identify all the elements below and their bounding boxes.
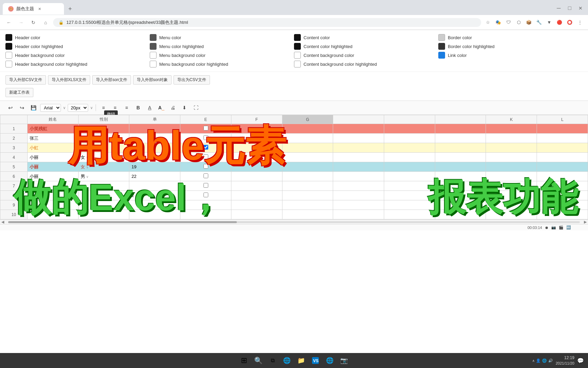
import-xlsx-button[interactable]: 导入外部XLSX文件 (48, 75, 91, 85)
cell-1-d[interactable] (180, 124, 231, 134)
cell-7-c[interactable] (129, 181, 180, 191)
col-header-d[interactable]: E (180, 115, 231, 124)
cell-6-c[interactable]: 22 (129, 172, 180, 181)
cell-9-i[interactable] (435, 200, 486, 210)
minimize-button[interactable]: ─ (554, 3, 564, 13)
cell-8-l[interactable] (537, 191, 588, 200)
tray-volume-icon[interactable]: 🔊 (548, 358, 553, 363)
menu-color-swatch[interactable] (150, 34, 157, 41)
cell-10-g[interactable] (333, 210, 384, 219)
cell-2-g[interactable] (333, 134, 384, 143)
cell-9-d[interactable] (180, 200, 231, 210)
cell-2-gender[interactable]: 男 (78, 134, 129, 143)
cell-2-f[interactable] (282, 134, 333, 143)
extension-icon1[interactable]: 🎭 (494, 18, 502, 27)
cell-3-c[interactable]: 16 (129, 143, 180, 153)
cell-3-f[interactable] (282, 143, 333, 153)
align-right-button[interactable]: ≡ (122, 103, 131, 112)
cell-8-gender[interactable] (78, 191, 129, 200)
cell-8-d[interactable] (180, 191, 231, 200)
tray-person-icon[interactable]: 👤 (536, 358, 541, 363)
header-bg-color-highlighted-swatch[interactable] (5, 61, 12, 67)
cell-4-d[interactable] (180, 153, 231, 162)
cell-3-h[interactable] (384, 143, 435, 153)
cell-7-f[interactable] (282, 181, 333, 191)
cell-2-i[interactable] (435, 134, 486, 143)
redo-button[interactable]: ↪ (17, 103, 27, 112)
search-button[interactable]: 🔍 (252, 354, 264, 367)
scroll-left-arrow[interactable]: ◀ (1, 220, 8, 224)
more-menu-button[interactable]: ⋮ (576, 18, 584, 27)
cell-4-l[interactable] (537, 153, 588, 162)
cell-5-k[interactable] (486, 162, 537, 172)
cell-2-d[interactable] (180, 134, 231, 143)
extension-icon6[interactable]: ▼ (545, 18, 553, 27)
cell-5-l[interactable] (537, 162, 588, 172)
export-csv-button[interactable]: 导出为CSV文件 (174, 75, 210, 85)
cell-1-name[interactable]: 小笑残虹 (28, 124, 79, 134)
extension-icon4[interactable]: 📦 (525, 18, 533, 27)
cell-7-name[interactable]: 小 (28, 181, 79, 191)
highlight-button[interactable]: A _ (157, 103, 166, 112)
cell-4-h[interactable] (384, 153, 435, 162)
cell-3-gender[interactable]: 女 (78, 143, 129, 153)
cell-7-h[interactable] (384, 181, 435, 191)
cell-2-name[interactable]: 张三 (28, 134, 79, 143)
col-header-g[interactable] (333, 115, 384, 124)
cell-2-h[interactable] (384, 134, 435, 143)
link-color-swatch[interactable] (438, 52, 445, 59)
cell-1-e[interactable] (231, 124, 282, 134)
download-button[interactable]: ⬇ (180, 103, 189, 112)
checkbox-4-d[interactable] (203, 154, 208, 159)
cell-8-c[interactable]: 2 (129, 191, 180, 200)
cell-10-gender[interactable] (78, 210, 129, 219)
cell-9-name[interactable] (28, 200, 79, 210)
new-tab-button[interactable]: + (65, 4, 75, 14)
cell-4-f[interactable] (282, 153, 333, 162)
header-color-highlighted-swatch[interactable] (5, 43, 12, 50)
cell-5-i[interactable] (435, 162, 486, 172)
cell-1-gender[interactable]: 男 (78, 124, 129, 134)
cell-1-l[interactable] (537, 124, 588, 134)
cell-4-name[interactable]: 小丽 (28, 153, 79, 162)
font-select[interactable]: Arial (40, 104, 61, 112)
back-button[interactable]: ← (4, 18, 14, 27)
cell-6-f[interactable] (282, 172, 333, 181)
col-header-c[interactable]: 单 (129, 115, 180, 124)
cell-9-c[interactable] (129, 200, 180, 210)
col-header-b[interactable]: 性别 (78, 115, 129, 124)
cell-1-g[interactable] (333, 124, 384, 134)
import-json-obj-button[interactable]: 导入外部son对象 (133, 75, 172, 85)
cell-6-name[interactable]: 小丽 (28, 172, 79, 181)
cell-9-e[interactable] (231, 200, 282, 210)
cell-5-c[interactable]: 19 (129, 162, 180, 172)
checkbox-5-d[interactable] (203, 164, 208, 169)
cell-7-gender[interactable] (78, 181, 129, 191)
border-color-highlighted-swatch[interactable] (438, 43, 445, 50)
cell-6-k[interactable] (486, 172, 537, 181)
scroll-thumb[interactable] (8, 221, 237, 223)
menu-color-highlighted-swatch[interactable] (150, 43, 157, 50)
scroll-right-arrow[interactable]: ▶ (580, 220, 587, 224)
header-color-swatch[interactable] (5, 34, 12, 41)
cell-7-l[interactable] (537, 181, 588, 191)
extension-icon8[interactable]: ⭕ (566, 18, 574, 27)
cell-9-f[interactable] (282, 200, 333, 210)
cell-5-g[interactable] (333, 162, 384, 172)
checkbox-2-d[interactable] (203, 135, 208, 140)
cell-6-d[interactable] (180, 172, 231, 181)
cell-4-g[interactable] (333, 153, 384, 162)
menu-bg-color-swatch[interactable] (150, 52, 157, 59)
task-view-button[interactable]: ⧉ (266, 354, 279, 367)
horizontal-scrollbar[interactable]: ◀ ▶ (0, 219, 588, 224)
checkbox-1-d[interactable] (203, 126, 208, 131)
import-json-button[interactable]: 导入外部son文件 (92, 75, 131, 85)
cell-10-k[interactable] (486, 210, 537, 219)
checkbox-6-d[interactable] (203, 173, 208, 178)
cell-7-e[interactable] (231, 181, 282, 191)
cell-10-l[interactable] (537, 210, 588, 219)
font-size-select[interactable]: 20px (68, 104, 88, 112)
cell-4-k[interactable] (486, 153, 537, 162)
cell-8-g[interactable] (333, 191, 384, 200)
tray-chevron[interactable]: ∧ (532, 359, 535, 363)
